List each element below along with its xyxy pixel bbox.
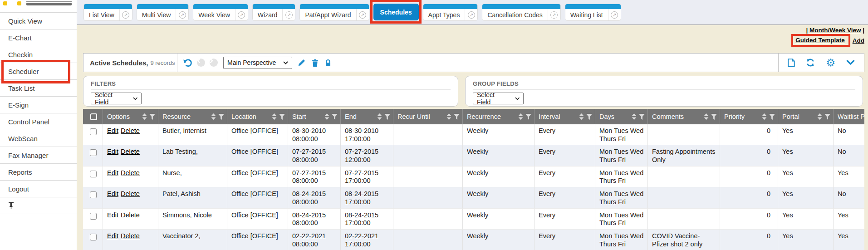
collapse-button[interactable] — [846, 60, 855, 65]
sidebar-item-fax-manager[interactable]: Fax Manager — [0, 147, 77, 164]
refresh-button[interactable] — [806, 59, 815, 67]
sidebar-item-e-sign[interactable]: E-Sign — [0, 97, 77, 113]
delete-perspective-button[interactable] — [312, 59, 319, 67]
tab-help-button[interactable]: ↗ — [235, 9, 248, 20]
undo-button[interactable] — [183, 59, 192, 67]
select-all-checkbox[interactable] — [90, 113, 97, 120]
sidebar-pin-button[interactable] — [0, 197, 77, 214]
filter-funnel-icon[interactable] — [279, 114, 285, 120]
column-header-waitlist[interactable]: Waitlist Po — [834, 109, 864, 124]
delete-link[interactable]: Delete — [121, 190, 140, 197]
sidebar-item-task-list[interactable]: Task List — [0, 80, 77, 97]
column-header-portal[interactable]: Portal — [778, 109, 834, 124]
edit-perspective-button[interactable] — [298, 59, 305, 67]
column-header-comments[interactable]: Comments — [648, 109, 720, 124]
sort-icon[interactable] — [324, 113, 329, 120]
filter-funnel-icon[interactable] — [769, 114, 775, 120]
sidebar-item-checkin[interactable]: Checkin — [0, 46, 77, 63]
sort-icon[interactable] — [579, 113, 584, 120]
tab-help-button[interactable]: ↗ — [282, 9, 295, 20]
column-header-interval[interactable]: Interval — [535, 109, 595, 124]
sort-icon[interactable] — [632, 113, 637, 120]
column-header-recurrence[interactable]: Recurrence — [463, 109, 535, 124]
tab-schedules[interactable]: Schedules — [373, 4, 419, 20]
edit-link[interactable]: Edit — [107, 232, 118, 240]
edit-link[interactable]: Edit — [107, 190, 118, 197]
filter-funnel-icon[interactable] — [639, 114, 645, 120]
sort-icon[interactable] — [518, 113, 523, 120]
filter-funnel-icon[interactable] — [332, 114, 338, 120]
tab-week-view[interactable]: Week View ↗ — [193, 4, 248, 21]
sidebar-item-reports[interactable]: Reports — [0, 164, 77, 181]
sidebar-item-webscan[interactable]: WebScan — [0, 130, 77, 147]
tab-pat-appt-wizard[interactable]: Pat/Appt Wizard ↗ — [299, 4, 369, 21]
guided-template-link[interactable]: Guided Template — [795, 37, 845, 44]
sort-icon[interactable] — [142, 113, 147, 120]
add-link[interactable]: Add — [853, 37, 864, 44]
back-button[interactable] — [197, 59, 205, 67]
tab-wizard[interactable]: Wizard ↗ — [252, 4, 296, 21]
column-header-resource[interactable]: Resource — [158, 109, 227, 124]
edit-link[interactable]: Edit — [107, 148, 118, 155]
group-fields-select[interactable]: Select Field — [473, 93, 524, 104]
filters-field-select[interactable]: Select Field — [91, 93, 142, 104]
column-header-days[interactable]: Days — [595, 109, 648, 124]
tab-help-button[interactable]: ↗ — [119, 9, 132, 20]
lock-perspective-button[interactable] — [325, 59, 331, 67]
tab-help-button[interactable]: ↗ — [356, 9, 369, 20]
sidebar-item-scheduler[interactable]: Scheduler — [0, 63, 77, 80]
tab-list-view[interactable]: List View ↗ — [83, 4, 132, 21]
filter-funnel-icon[interactable] — [384, 114, 390, 120]
sort-icon[interactable] — [446, 113, 451, 120]
column-header-recur-until[interactable]: Recur Until — [393, 109, 463, 124]
tab-multi-view[interactable]: Multi View ↗ — [137, 4, 189, 21]
filter-funnel-icon[interactable] — [218, 114, 224, 120]
sort-icon[interactable] — [272, 113, 277, 120]
delete-link[interactable]: Delete — [121, 211, 140, 219]
tab-help-button[interactable]: ↗ — [465, 9, 477, 20]
row-checkbox[interactable] — [90, 128, 97, 135]
filter-funnel-icon[interactable] — [586, 114, 592, 120]
tab-appt-types[interactable]: Appt Types ↗ — [423, 4, 478, 21]
tab-cancellation-codes[interactable]: Cancellation Codes ↗ — [482, 4, 560, 21]
delete-link[interactable]: Delete — [121, 127, 140, 134]
row-checkbox[interactable] — [90, 234, 97, 240]
sort-icon[interactable] — [817, 113, 822, 120]
filter-funnel-icon[interactable] — [824, 114, 830, 120]
row-checkbox[interactable] — [90, 149, 97, 156]
month-week-view-link[interactable]: Month/Week View — [809, 27, 861, 34]
tab-help-button[interactable]: ↗ — [548, 9, 560, 20]
tab-help-button[interactable]: ↗ — [176, 9, 188, 20]
column-header-location[interactable]: Location — [227, 109, 288, 124]
new-document-button[interactable] — [788, 59, 795, 67]
tab-help-button[interactable]: ↗ — [608, 9, 621, 20]
filter-funnel-icon[interactable] — [149, 114, 155, 120]
delete-link[interactable]: Delete — [121, 232, 140, 240]
delete-link[interactable]: Delete — [121, 148, 140, 155]
perspective-select[interactable]: Main Perspective — [223, 57, 292, 69]
edit-link[interactable]: Edit — [107, 169, 118, 176]
column-header-options[interactable]: Options — [103, 109, 158, 124]
sort-icon[interactable] — [704, 113, 709, 120]
column-header-priority[interactable]: Priority — [720, 109, 778, 124]
delete-link[interactable]: Delete — [121, 169, 140, 176]
sort-icon[interactable] — [762, 113, 767, 120]
sidebar-item-control-panel[interactable]: Control Panel — [0, 113, 77, 130]
settings-button[interactable]: ⚙ — [826, 58, 835, 68]
edit-link[interactable]: Edit — [107, 127, 118, 134]
sort-icon[interactable] — [377, 113, 382, 120]
filter-funnel-icon[interactable] — [454, 114, 460, 120]
forward-button[interactable] — [210, 59, 218, 67]
row-checkbox[interactable] — [90, 171, 97, 177]
column-header-end[interactable]: End — [341, 109, 393, 124]
row-checkbox[interactable] — [90, 213, 97, 220]
column-header-start[interactable]: Start — [288, 109, 341, 124]
sidebar-item-quick-view[interactable]: Quick View — [0, 13, 77, 29]
sort-icon[interactable] — [211, 113, 216, 120]
edit-link[interactable]: Edit — [107, 211, 118, 219]
filter-funnel-icon[interactable] — [711, 114, 717, 120]
filter-funnel-icon[interactable] — [525, 114, 531, 120]
sidebar-item-logout[interactable]: Logout — [0, 181, 77, 197]
tab-waiting-list[interactable]: Waiting List ↗ — [565, 4, 621, 21]
row-checkbox[interactable] — [90, 191, 97, 198]
